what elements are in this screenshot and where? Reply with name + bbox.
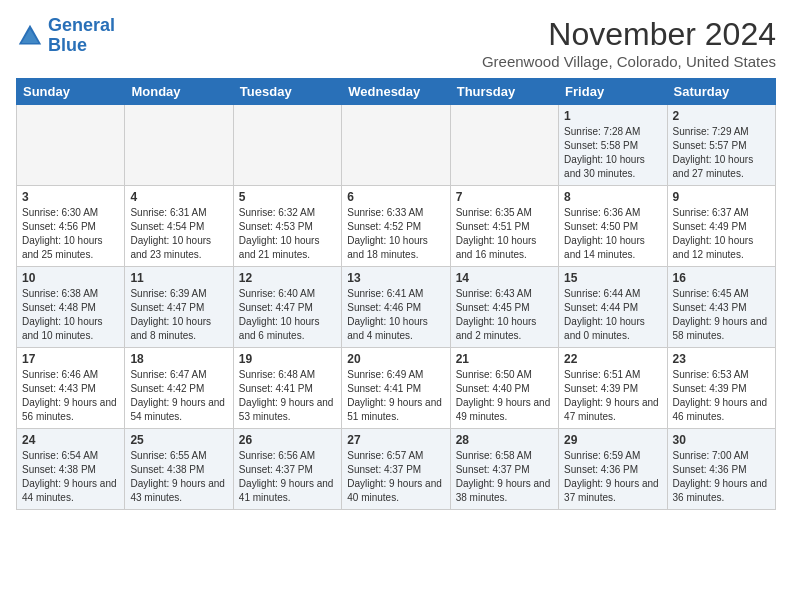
day-info: Sunrise: 6:32 AMSunset: 4:53 PMDaylight:… bbox=[239, 206, 336, 262]
weekday-header-wednesday: Wednesday bbox=[342, 79, 450, 105]
logo: General Blue bbox=[16, 16, 115, 56]
day-info: Sunrise: 6:59 AMSunset: 4:36 PMDaylight:… bbox=[564, 449, 661, 505]
calendar-cell: 10Sunrise: 6:38 AMSunset: 4:48 PMDayligh… bbox=[17, 267, 125, 348]
calendar-cell: 18Sunrise: 6:47 AMSunset: 4:42 PMDayligh… bbox=[125, 348, 233, 429]
week-row-0: 1Sunrise: 7:28 AMSunset: 5:58 PMDaylight… bbox=[17, 105, 776, 186]
title-area: November 2024 Greenwood Village, Colorad… bbox=[482, 16, 776, 70]
day-number: 7 bbox=[456, 190, 553, 204]
calendar-cell: 11Sunrise: 6:39 AMSunset: 4:47 PMDayligh… bbox=[125, 267, 233, 348]
week-row-1: 3Sunrise: 6:30 AMSunset: 4:56 PMDaylight… bbox=[17, 186, 776, 267]
day-info: Sunrise: 6:53 AMSunset: 4:39 PMDaylight:… bbox=[673, 368, 770, 424]
calendar-table: SundayMondayTuesdayWednesdayThursdayFrid… bbox=[16, 78, 776, 510]
day-number: 2 bbox=[673, 109, 770, 123]
calendar-cell: 30Sunrise: 7:00 AMSunset: 4:36 PMDayligh… bbox=[667, 429, 775, 510]
day-number: 29 bbox=[564, 433, 661, 447]
day-number: 16 bbox=[673, 271, 770, 285]
weekday-header-row: SundayMondayTuesdayWednesdayThursdayFrid… bbox=[17, 79, 776, 105]
logo-text: General Blue bbox=[48, 16, 115, 56]
calendar-cell bbox=[125, 105, 233, 186]
day-number: 27 bbox=[347, 433, 444, 447]
day-number: 14 bbox=[456, 271, 553, 285]
day-info: Sunrise: 6:54 AMSunset: 4:38 PMDaylight:… bbox=[22, 449, 119, 505]
day-info: Sunrise: 6:41 AMSunset: 4:46 PMDaylight:… bbox=[347, 287, 444, 343]
calendar-cell: 12Sunrise: 6:40 AMSunset: 4:47 PMDayligh… bbox=[233, 267, 341, 348]
day-info: Sunrise: 6:39 AMSunset: 4:47 PMDaylight:… bbox=[130, 287, 227, 343]
logo-icon bbox=[16, 22, 44, 50]
calendar-cell bbox=[233, 105, 341, 186]
day-number: 6 bbox=[347, 190, 444, 204]
calendar-cell: 8Sunrise: 6:36 AMSunset: 4:50 PMDaylight… bbox=[559, 186, 667, 267]
weekday-header-tuesday: Tuesday bbox=[233, 79, 341, 105]
calendar-cell bbox=[342, 105, 450, 186]
calendar-cell: 7Sunrise: 6:35 AMSunset: 4:51 PMDaylight… bbox=[450, 186, 558, 267]
day-info: Sunrise: 7:29 AMSunset: 5:57 PMDaylight:… bbox=[673, 125, 770, 181]
day-info: Sunrise: 6:44 AMSunset: 4:44 PMDaylight:… bbox=[564, 287, 661, 343]
weekday-header-sunday: Sunday bbox=[17, 79, 125, 105]
day-number: 3 bbox=[22, 190, 119, 204]
day-number: 23 bbox=[673, 352, 770, 366]
day-info: Sunrise: 6:33 AMSunset: 4:52 PMDaylight:… bbox=[347, 206, 444, 262]
day-info: Sunrise: 6:55 AMSunset: 4:38 PMDaylight:… bbox=[130, 449, 227, 505]
day-number: 22 bbox=[564, 352, 661, 366]
calendar-cell: 29Sunrise: 6:59 AMSunset: 4:36 PMDayligh… bbox=[559, 429, 667, 510]
calendar-cell: 25Sunrise: 6:55 AMSunset: 4:38 PMDayligh… bbox=[125, 429, 233, 510]
logo-line2: Blue bbox=[48, 35, 87, 55]
calendar-cell: 14Sunrise: 6:43 AMSunset: 4:45 PMDayligh… bbox=[450, 267, 558, 348]
calendar-cell: 28Sunrise: 6:58 AMSunset: 4:37 PMDayligh… bbox=[450, 429, 558, 510]
calendar-cell: 15Sunrise: 6:44 AMSunset: 4:44 PMDayligh… bbox=[559, 267, 667, 348]
day-number: 9 bbox=[673, 190, 770, 204]
day-info: Sunrise: 6:47 AMSunset: 4:42 PMDaylight:… bbox=[130, 368, 227, 424]
day-number: 21 bbox=[456, 352, 553, 366]
day-info: Sunrise: 6:56 AMSunset: 4:37 PMDaylight:… bbox=[239, 449, 336, 505]
calendar-cell: 5Sunrise: 6:32 AMSunset: 4:53 PMDaylight… bbox=[233, 186, 341, 267]
day-info: Sunrise: 6:46 AMSunset: 4:43 PMDaylight:… bbox=[22, 368, 119, 424]
day-info: Sunrise: 6:43 AMSunset: 4:45 PMDaylight:… bbox=[456, 287, 553, 343]
day-number: 30 bbox=[673, 433, 770, 447]
day-info: Sunrise: 6:45 AMSunset: 4:43 PMDaylight:… bbox=[673, 287, 770, 343]
weekday-header-friday: Friday bbox=[559, 79, 667, 105]
day-info: Sunrise: 7:28 AMSunset: 5:58 PMDaylight:… bbox=[564, 125, 661, 181]
calendar-cell: 3Sunrise: 6:30 AMSunset: 4:56 PMDaylight… bbox=[17, 186, 125, 267]
day-info: Sunrise: 6:37 AMSunset: 4:49 PMDaylight:… bbox=[673, 206, 770, 262]
calendar-cell: 23Sunrise: 6:53 AMSunset: 4:39 PMDayligh… bbox=[667, 348, 775, 429]
day-number: 10 bbox=[22, 271, 119, 285]
calendar-cell bbox=[17, 105, 125, 186]
week-row-3: 17Sunrise: 6:46 AMSunset: 4:43 PMDayligh… bbox=[17, 348, 776, 429]
header: General Blue November 2024 Greenwood Vil… bbox=[16, 16, 776, 70]
calendar-cell: 24Sunrise: 6:54 AMSunset: 4:38 PMDayligh… bbox=[17, 429, 125, 510]
day-info: Sunrise: 6:30 AMSunset: 4:56 PMDaylight:… bbox=[22, 206, 119, 262]
day-info: Sunrise: 6:38 AMSunset: 4:48 PMDaylight:… bbox=[22, 287, 119, 343]
day-info: Sunrise: 6:40 AMSunset: 4:47 PMDaylight:… bbox=[239, 287, 336, 343]
day-number: 17 bbox=[22, 352, 119, 366]
calendar-cell: 6Sunrise: 6:33 AMSunset: 4:52 PMDaylight… bbox=[342, 186, 450, 267]
day-number: 8 bbox=[564, 190, 661, 204]
day-number: 25 bbox=[130, 433, 227, 447]
location-title: Greenwood Village, Colorado, United Stat… bbox=[482, 53, 776, 70]
week-row-2: 10Sunrise: 6:38 AMSunset: 4:48 PMDayligh… bbox=[17, 267, 776, 348]
weekday-header-saturday: Saturday bbox=[667, 79, 775, 105]
calendar-cell bbox=[450, 105, 558, 186]
month-title: November 2024 bbox=[482, 16, 776, 53]
calendar-cell: 2Sunrise: 7:29 AMSunset: 5:57 PMDaylight… bbox=[667, 105, 775, 186]
calendar-cell: 1Sunrise: 7:28 AMSunset: 5:58 PMDaylight… bbox=[559, 105, 667, 186]
logo-line1: General bbox=[48, 15, 115, 35]
calendar-cell: 16Sunrise: 6:45 AMSunset: 4:43 PMDayligh… bbox=[667, 267, 775, 348]
day-info: Sunrise: 6:48 AMSunset: 4:41 PMDaylight:… bbox=[239, 368, 336, 424]
day-number: 1 bbox=[564, 109, 661, 123]
calendar-cell: 9Sunrise: 6:37 AMSunset: 4:49 PMDaylight… bbox=[667, 186, 775, 267]
calendar-cell: 26Sunrise: 6:56 AMSunset: 4:37 PMDayligh… bbox=[233, 429, 341, 510]
day-number: 11 bbox=[130, 271, 227, 285]
day-number: 24 bbox=[22, 433, 119, 447]
calendar-cell: 22Sunrise: 6:51 AMSunset: 4:39 PMDayligh… bbox=[559, 348, 667, 429]
day-number: 19 bbox=[239, 352, 336, 366]
day-info: Sunrise: 6:51 AMSunset: 4:39 PMDaylight:… bbox=[564, 368, 661, 424]
day-info: Sunrise: 6:31 AMSunset: 4:54 PMDaylight:… bbox=[130, 206, 227, 262]
calendar-cell: 21Sunrise: 6:50 AMSunset: 4:40 PMDayligh… bbox=[450, 348, 558, 429]
calendar-cell: 19Sunrise: 6:48 AMSunset: 4:41 PMDayligh… bbox=[233, 348, 341, 429]
day-info: Sunrise: 7:00 AMSunset: 4:36 PMDaylight:… bbox=[673, 449, 770, 505]
weekday-header-monday: Monday bbox=[125, 79, 233, 105]
weekday-header-thursday: Thursday bbox=[450, 79, 558, 105]
day-number: 28 bbox=[456, 433, 553, 447]
calendar-cell: 20Sunrise: 6:49 AMSunset: 4:41 PMDayligh… bbox=[342, 348, 450, 429]
day-info: Sunrise: 6:35 AMSunset: 4:51 PMDaylight:… bbox=[456, 206, 553, 262]
